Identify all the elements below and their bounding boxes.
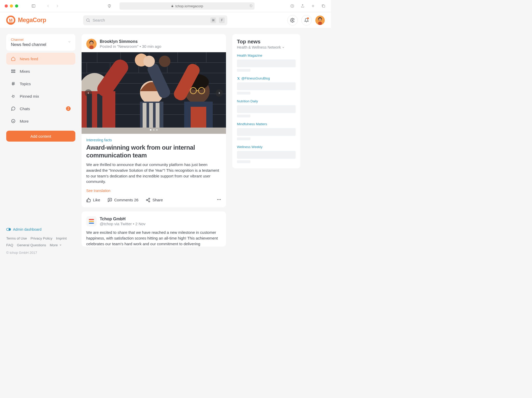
app-header: M MegaCorp ⌘ F xyxy=(0,12,331,28)
notifications-button[interactable] xyxy=(301,15,312,25)
svg-rect-82 xyxy=(89,219,94,220)
home-icon xyxy=(11,56,16,61)
svg-rect-6 xyxy=(323,5,325,8)
post-image-carousel xyxy=(82,52,226,134)
carousel-dot[interactable] xyxy=(150,129,151,131)
post-card: Tchop GmbH @tchop via Twitter • 2 Nov We… xyxy=(82,211,226,247)
footer-general[interactable]: General Questions xyxy=(17,242,46,248)
news-skeleton xyxy=(237,105,296,113)
hash-icon xyxy=(11,81,16,86)
post-author-avatar[interactable] xyxy=(86,216,97,227)
admin-dashboard-link[interactable]: Admin dashboard xyxy=(6,227,75,231)
svg-rect-30 xyxy=(89,45,94,49)
like-button[interactable]: Like xyxy=(86,198,100,202)
forward-icon[interactable] xyxy=(55,3,60,9)
sidebar-toggle-icon[interactable] xyxy=(31,3,36,9)
carousel-prev-button[interactable] xyxy=(85,89,92,97)
post-author-avatar[interactable] xyxy=(86,39,97,49)
svg-line-78 xyxy=(147,200,149,201)
footer-faq[interactable]: FAQ xyxy=(6,242,13,248)
reload-icon[interactable] xyxy=(250,4,252,8)
news-subtitle[interactable]: Health & Wellness Network xyxy=(237,45,296,49)
footer-privacy[interactable]: Privacy Policy xyxy=(31,236,52,241)
chevron-circle-down-icon xyxy=(11,119,16,123)
svg-point-74 xyxy=(149,198,150,199)
news-item[interactable]: @FitnessGuruBlog xyxy=(237,76,296,95)
channel-name: News feed channel xyxy=(11,42,71,47)
post-author[interactable]: Brooklyn Simmons xyxy=(100,39,161,44)
share-button[interactable]: Share xyxy=(146,198,163,202)
translate-link[interactable]: See translation xyxy=(86,189,110,193)
user-avatar[interactable] xyxy=(315,16,325,25)
post-body: We are thrilled to announce that our com… xyxy=(86,162,221,184)
thumbs-up-icon xyxy=(86,198,91,202)
comments-button[interactable]: Comments 26 xyxy=(108,198,138,202)
nav-news-feed[interactable]: News feed xyxy=(6,53,75,65)
shield-icon[interactable] xyxy=(107,3,112,9)
footer-imprint[interactable]: Imprint xyxy=(56,236,67,241)
nav-chats[interactable]: Chats 2 xyxy=(6,103,75,115)
channel-selector[interactable]: Channel News feed channel xyxy=(6,34,75,51)
pin-icon xyxy=(11,94,16,98)
news-item[interactable]: Mindfulness Matters xyxy=(237,122,296,140)
gear-icon xyxy=(290,18,295,23)
search-input[interactable] xyxy=(92,18,208,22)
post-card: Brooklyn Simmons Posted in "Newsroom" • … xyxy=(82,34,226,207)
svg-rect-0 xyxy=(32,5,35,8)
sidebar: Channel News feed channel News feed Mixe… xyxy=(6,34,75,259)
download-icon[interactable] xyxy=(289,3,295,9)
svg-point-61 xyxy=(143,56,155,67)
close-window[interactable] xyxy=(5,4,8,8)
settings-button[interactable] xyxy=(287,15,298,25)
tabs-icon[interactable] xyxy=(321,3,326,9)
top-news-card: Top news Health & Wellness Network Healt… xyxy=(232,34,300,168)
right-column: Top news Health & Wellness Network Healt… xyxy=(232,34,300,168)
back-icon[interactable] xyxy=(45,3,51,9)
kbd-f: F xyxy=(219,17,225,23)
svg-rect-51 xyxy=(87,94,92,133)
svg-point-76 xyxy=(149,201,150,202)
news-item[interactable]: Wellness Weekly xyxy=(237,145,296,163)
svg-point-81 xyxy=(220,199,221,200)
search-bar[interactable]: ⌘ F xyxy=(83,15,227,25)
search-icon xyxy=(86,18,90,23)
svg-line-12 xyxy=(89,21,90,22)
carousel-dot[interactable] xyxy=(156,129,158,131)
x-twitter-icon xyxy=(237,77,240,80)
news-skeleton xyxy=(237,115,250,117)
browser-chrome: tchop.io/megacorp xyxy=(0,0,331,12)
post-image xyxy=(82,52,226,134)
post-author[interactable]: Tchop GmbH xyxy=(100,217,145,221)
svg-rect-19 xyxy=(11,72,15,72)
nav-more[interactable]: More xyxy=(6,115,75,127)
footer-terms[interactable]: Terms of Use xyxy=(6,236,27,241)
svg-point-16 xyxy=(319,18,322,21)
carousel-next-button[interactable] xyxy=(216,89,223,97)
comment-icon xyxy=(108,198,112,202)
news-item[interactable]: Nutrition Daily xyxy=(237,99,296,117)
share-icon[interactable] xyxy=(300,3,305,9)
footer-more[interactable]: More xyxy=(50,242,62,248)
nav-pinned-mix[interactable]: Pinned mix xyxy=(6,90,75,102)
carousel-dot[interactable] xyxy=(153,129,155,131)
svg-rect-18 xyxy=(11,70,15,71)
chat-icon xyxy=(11,106,16,111)
post-more-button[interactable] xyxy=(217,197,221,203)
chats-badge: 2 xyxy=(66,106,71,111)
post-title: Award-winning work from our internal com… xyxy=(86,144,221,159)
logo[interactable]: M MegaCorp xyxy=(6,16,46,25)
post-meta: @tchop via Twitter • 2 Nov xyxy=(100,222,145,226)
carousel-dots xyxy=(150,129,158,131)
add-content-button[interactable]: Add content xyxy=(6,131,75,142)
address-bar[interactable]: tchop.io/megacorp xyxy=(119,2,255,10)
nav-topics[interactable]: Topics xyxy=(6,78,75,90)
post-tag[interactable]: Interesting facts xyxy=(86,138,221,142)
news-item[interactable]: Health Magazine xyxy=(237,54,296,72)
logo-mark-icon: M xyxy=(6,16,15,25)
new-tab-icon[interactable] xyxy=(310,3,316,9)
maximize-window[interactable] xyxy=(15,4,18,8)
nav-mixes[interactable]: Mixes xyxy=(6,65,75,77)
svg-line-77 xyxy=(147,199,149,200)
kbd-cmd: ⌘ xyxy=(210,17,216,23)
minimize-window[interactable] xyxy=(10,4,13,8)
